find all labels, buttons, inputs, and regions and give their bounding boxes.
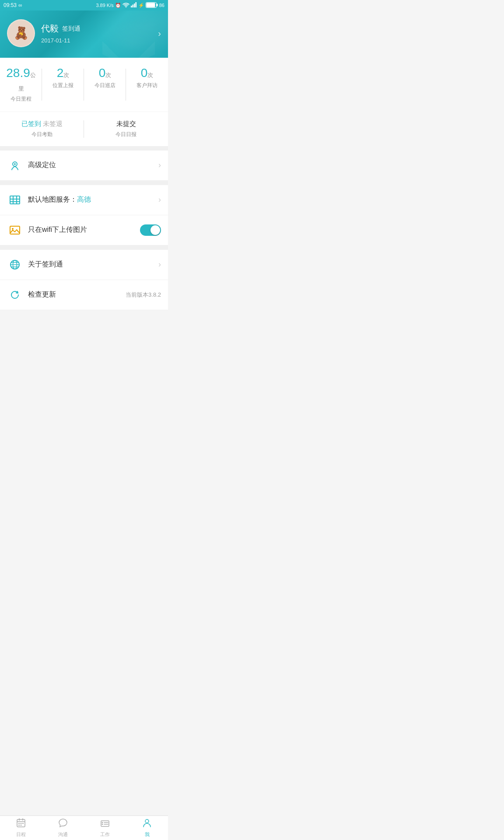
menu-arrow-about: › <box>158 260 161 269</box>
status-bar: 09:53 ∞ 3.89 K/s ⏰ <box>0 0 168 10</box>
stat-location-unit: 次 <box>63 72 69 78</box>
stat-visit-number: 0 <box>141 66 148 80</box>
wifi-upload-toggle[interactable] <box>140 224 161 236</box>
menu-item-check-update[interactable]: 检查更新 当前版本3.8.2 <box>0 280 168 310</box>
menu-item-map-service[interactable]: 默认地图服务：高德 › <box>0 185 168 215</box>
checkin-label: 今日考勤 <box>4 131 80 138</box>
user-name: 代毅 <box>41 23 59 35</box>
header-date: 2017-01-11 <box>41 37 158 44</box>
menu-text-about: 关于签到通 <box>28 260 158 269</box>
attendance-checkin: 已签到 未签退 今日考勤 <box>0 118 84 140</box>
svg-rect-3 <box>134 4 135 7</box>
svg-rect-7 <box>146 3 155 7</box>
svg-point-12 <box>12 228 14 230</box>
stat-location: 2次 位置上报 <box>42 65 84 105</box>
user-name-line: 代毅 签到通 <box>41 23 158 35</box>
separator-2 <box>0 181 168 185</box>
signal-icon <box>131 2 137 8</box>
charging-icon: ⚡ <box>138 3 144 8</box>
stat-mileage: 28.9公里 今日里程 <box>0 65 42 105</box>
svg-point-9 <box>14 163 16 165</box>
network-speed: 3.89 K/s <box>96 3 113 8</box>
svg-point-0 <box>126 7 126 7</box>
daily-status: 未提交 <box>88 120 164 128</box>
location-icon <box>7 158 23 173</box>
menu-arrow-map-service: › <box>158 195 161 204</box>
menu-item-about[interactable]: 关于签到通 › <box>0 250 168 280</box>
clock-icon: ⏰ <box>115 3 121 8</box>
header-info: 代毅 签到通 2017-01-11 <box>41 23 158 44</box>
stat-visit: 0次 客户拜访 <box>126 65 168 105</box>
menu-arrow-advanced-location: › <box>158 161 161 170</box>
menu-section: 高级定位 › 默认地图服务：高德 › <box>0 150 168 310</box>
stat-location-label: 位置上报 <box>46 82 80 89</box>
wifi-icon <box>122 2 130 8</box>
battery-percent: 86 <box>159 3 164 8</box>
checkin-status: 已签到 未签退 <box>4 120 80 128</box>
svg-rect-11 <box>10 226 20 234</box>
daily-label: 今日日报 <box>88 131 164 138</box>
svg-rect-6 <box>157 4 158 6</box>
globe-icon <box>7 257 23 273</box>
stat-patrol: 0次 今日巡店 <box>84 65 126 105</box>
infinity-icon: ∞ <box>18 2 22 8</box>
stat-mileage-label: 今日里程 <box>4 95 38 103</box>
stat-visit-label: 客户拜访 <box>130 82 164 89</box>
svg-rect-4 <box>135 2 136 7</box>
svg-rect-10 <box>10 196 20 204</box>
attendance-section: 已签到 未签退 今日考勤 未提交 今日日报 <box>0 112 168 146</box>
svg-rect-1 <box>131 6 132 7</box>
profile-header[interactable]: 🧸 代毅 签到通 2017-01-11 › <box>0 10 168 58</box>
map-icon <box>7 192 23 208</box>
menu-text-advanced-location: 高级定位 <box>28 161 158 170</box>
avatar: 🧸 <box>7 19 35 47</box>
menu-text-map-service: 默认地图服务：高德 <box>28 195 158 204</box>
stat-mileage-number: 28.9 <box>6 66 30 80</box>
stat-visit-unit: 次 <box>147 72 153 78</box>
stat-patrol-unit: 次 <box>105 72 111 78</box>
stat-patrol-number: 0 <box>99 66 106 80</box>
menu-item-wifi-upload[interactable]: 只在wifi下上传图片 <box>0 215 168 245</box>
attendance-daily: 未提交 今日日报 <box>84 118 168 140</box>
image-icon <box>7 222 23 238</box>
toggle-knob <box>150 225 160 235</box>
header-nav-arrow[interactable]: › <box>158 28 161 38</box>
separator-1 <box>0 146 168 150</box>
stat-patrol-label: 今日巡店 <box>88 82 122 89</box>
stat-location-number: 2 <box>57 66 64 80</box>
app-name: 签到通 <box>62 25 80 33</box>
menu-item-advanced-location[interactable]: 高级定位 › <box>0 150 168 181</box>
menu-text-wifi-upload: 只在wifi下上传图片 <box>28 225 140 234</box>
refresh-icon <box>7 287 23 303</box>
svg-rect-2 <box>132 5 133 8</box>
menu-text-check-update: 检查更新 <box>28 290 126 299</box>
separator-3 <box>0 245 168 250</box>
status-time: 09:53 <box>4 2 17 8</box>
version-text: 当前版本3.8.2 <box>126 291 161 299</box>
stats-section: 28.9公里 今日里程 2次 位置上报 0次 今日巡店 0次 客户拜访 <box>0 58 168 112</box>
battery-level <box>146 2 158 9</box>
